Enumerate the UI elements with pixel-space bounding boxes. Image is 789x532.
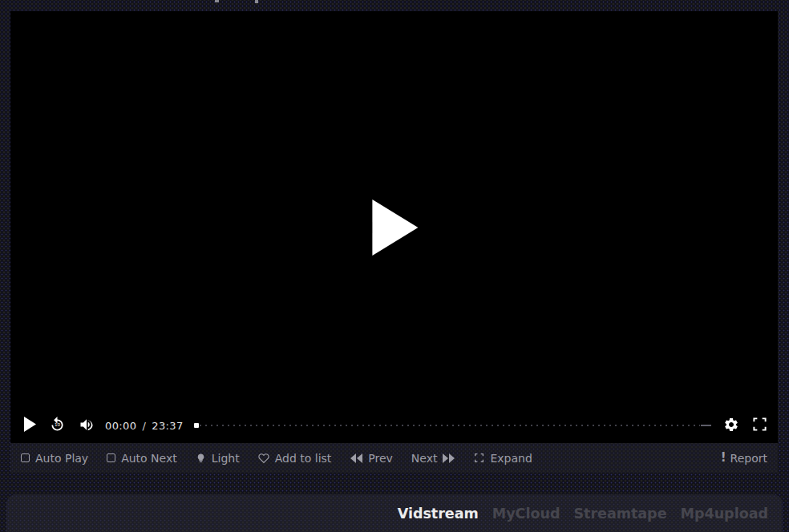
prev-label: Prev <box>368 452 393 465</box>
time-display: 00:00 / 23:37 <box>105 420 184 432</box>
clipped-title-fragment <box>215 0 219 2</box>
video-player[interactable]: 10 00:00 / 23:37 <box>10 11 778 443</box>
checkbox-icon[interactable] <box>21 453 30 462</box>
auto-next-toggle[interactable]: Auto Next <box>107 452 177 465</box>
seek-bar[interactable] <box>194 419 711 432</box>
time-separator: / <box>142 420 146 432</box>
double-right-arrow-icon <box>443 453 455 463</box>
report-label: Report <box>730 452 767 465</box>
auto-next-label: Auto Next <box>121 452 177 465</box>
fullscreen-button[interactable] <box>752 417 767 434</box>
duration: 23:37 <box>152 420 183 432</box>
play-icon <box>24 417 36 434</box>
play-button[interactable] <box>24 417 36 434</box>
player-controls-bar: 10 00:00 / 23:37 <box>10 408 778 443</box>
expand-button[interactable]: Expand <box>474 452 532 465</box>
double-left-arrow-icon <box>350 453 362 463</box>
server-vidstream[interactable]: Vidstream <box>398 506 479 522</box>
clipped-title-fragment <box>255 0 258 3</box>
light-label: Light <box>212 452 240 465</box>
fullscreen-icon <box>752 417 767 434</box>
add-to-list-label: Add to list <box>275 452 332 465</box>
rewind-10-button[interactable]: 10 <box>49 416 66 435</box>
add-to-list-button[interactable]: Add to list <box>258 452 332 465</box>
next-label: Next <box>411 452 438 465</box>
expand-label: Expand <box>490 452 532 465</box>
player-toolbar: Auto Play Auto Next Light Add to list Pr… <box>10 443 778 473</box>
lightbulb-icon <box>196 453 206 464</box>
server-mp4upload[interactable]: Mp4upload <box>681 506 768 522</box>
seek-track-end <box>701 425 711 426</box>
seek-track <box>200 425 700 426</box>
servers-panel: Vidstream MyCloud Streamtape Mp4upload <box>6 494 783 532</box>
heart-icon <box>258 453 269 464</box>
next-episode-button[interactable]: Next <box>411 452 456 465</box>
settings-button[interactable] <box>723 417 739 435</box>
volume-icon <box>79 417 95 435</box>
auto-play-label: Auto Play <box>35 452 88 465</box>
auto-play-toggle[interactable]: Auto Play <box>21 452 88 465</box>
server-mycloud[interactable]: MyCloud <box>492 506 560 522</box>
server-streamtape[interactable]: Streamtape <box>573 506 666 522</box>
checkbox-icon[interactable] <box>107 453 115 462</box>
prev-episode-button[interactable]: Prev <box>350 452 393 465</box>
gear-icon <box>723 417 739 435</box>
big-play-button[interactable] <box>372 200 420 256</box>
report-button[interactable]: ! Report <box>721 452 767 465</box>
seek-thumb[interactable] <box>194 423 199 428</box>
svg-text:10: 10 <box>55 422 61 427</box>
exclamation-icon: ! <box>721 452 726 464</box>
volume-button[interactable] <box>79 417 95 435</box>
current-time: 00:00 <box>105 420 136 432</box>
rewind-10-icon: 10 <box>49 416 66 435</box>
light-toggle[interactable]: Light <box>196 452 240 465</box>
expand-icon <box>474 453 484 463</box>
